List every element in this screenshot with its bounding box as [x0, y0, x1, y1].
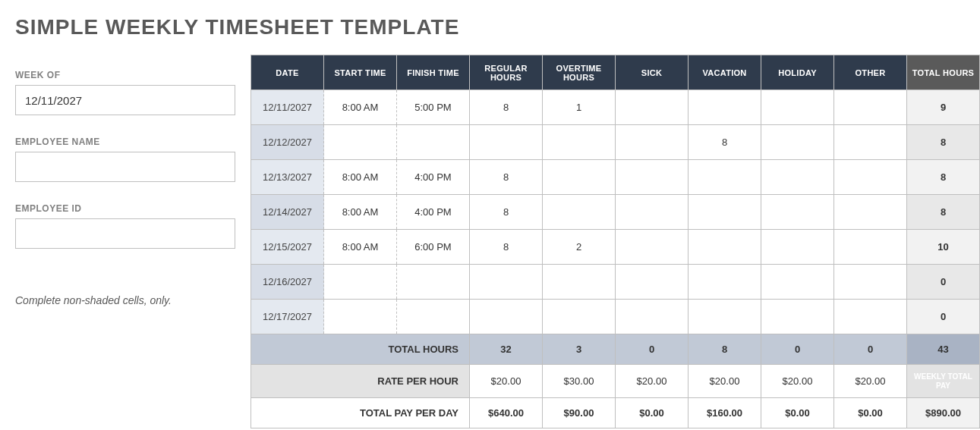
sick-cell[interactable]: [616, 90, 689, 125]
instruction-note: Complete non-shaded cells, only.: [15, 294, 235, 306]
sick-cell[interactable]: [616, 300, 689, 334]
header-total: TOTAL HOURS: [907, 55, 980, 90]
finish-cell[interactable]: [397, 300, 470, 334]
regular-cell[interactable]: 8: [470, 160, 543, 195]
totals-regular: 32: [470, 334, 543, 365]
finish-cell[interactable]: 5:00 PM: [397, 90, 470, 125]
date-cell: 12/15/2027: [251, 230, 324, 265]
other-cell[interactable]: [834, 125, 907, 160]
regular-cell[interactable]: 8: [470, 195, 543, 230]
week-of-label: WEEK OF: [15, 70, 235, 80]
header-holiday: HOLIDAY: [761, 55, 834, 90]
table-row: 12/12/202788: [251, 125, 980, 160]
timesheet-table: DATE START TIME FINISH TIME REGULAR HOUR…: [251, 55, 980, 428]
finish-cell[interactable]: [397, 125, 470, 160]
start-cell[interactable]: 8:00 AM: [324, 195, 397, 230]
header-finish: FINISH TIME: [397, 55, 470, 90]
vacation-cell[interactable]: [689, 300, 761, 334]
totals-row: TOTAL HOURS 32 3 0 8 0 0 43: [251, 334, 980, 365]
start-cell[interactable]: [324, 125, 397, 160]
overtime-cell[interactable]: 1: [543, 90, 616, 125]
date-cell: 12/11/2027: [251, 90, 324, 125]
sick-cell[interactable]: [616, 195, 689, 230]
vacation-cell[interactable]: [689, 265, 761, 300]
header-other: OTHER: [834, 55, 907, 90]
holiday-cell[interactable]: [761, 195, 834, 230]
other-cell[interactable]: [834, 195, 907, 230]
other-cell[interactable]: [834, 230, 907, 265]
date-cell: 12/13/2027: [251, 160, 324, 195]
vacation-cell[interactable]: [689, 230, 761, 265]
header-row: DATE START TIME FINISH TIME REGULAR HOUR…: [251, 55, 980, 90]
finish-cell[interactable]: 4:00 PM: [397, 195, 470, 230]
other-cell[interactable]: [834, 300, 907, 334]
vacation-cell[interactable]: 8: [689, 125, 761, 160]
totals-holiday: 0: [761, 334, 834, 365]
total-cell: 8: [907, 195, 980, 230]
vacation-cell[interactable]: [689, 90, 761, 125]
sick-cell[interactable]: [616, 265, 689, 300]
regular-cell[interactable]: [470, 265, 543, 300]
pay-sick: $0.00: [616, 398, 689, 428]
start-cell[interactable]: 8:00 AM: [324, 230, 397, 265]
holiday-cell[interactable]: [761, 90, 834, 125]
finish-cell[interactable]: 6:00 PM: [397, 230, 470, 265]
rate-holiday[interactable]: $20.00: [761, 365, 834, 398]
overtime-cell[interactable]: 2: [543, 230, 616, 265]
overtime-cell[interactable]: [543, 300, 616, 334]
other-cell[interactable]: [834, 160, 907, 195]
sidebar: WEEK OF 12/11/2027 EMPLOYEE NAME EMPLOYE…: [15, 55, 235, 428]
sick-cell[interactable]: [616, 160, 689, 195]
pay-total-row: TOTAL PAY PER DAY $640.00 $90.00 $0.00 $…: [251, 398, 980, 428]
sick-cell[interactable]: [616, 125, 689, 160]
holiday-cell[interactable]: [761, 160, 834, 195]
regular-cell[interactable]: 8: [470, 230, 543, 265]
total-cell: 8: [907, 160, 980, 195]
totals-vacation: 8: [689, 334, 761, 365]
totals-other: 0: [834, 334, 907, 365]
overtime-cell[interactable]: [543, 195, 616, 230]
total-cell: 0: [907, 265, 980, 300]
holiday-cell[interactable]: [761, 125, 834, 160]
holiday-cell[interactable]: [761, 265, 834, 300]
table-row: 12/11/20278:00 AM5:00 PM819: [251, 90, 980, 125]
pay-other: $0.00: [834, 398, 907, 428]
start-cell[interactable]: 8:00 AM: [324, 160, 397, 195]
table-row: 12/14/20278:00 AM4:00 PM88: [251, 195, 980, 230]
holiday-cell[interactable]: [761, 300, 834, 334]
page-title: SIMPLE WEEKLY TIMESHEET TEMPLATE: [15, 15, 965, 39]
start-cell[interactable]: 8:00 AM: [324, 90, 397, 125]
pay-holiday: $0.00: [761, 398, 834, 428]
finish-cell[interactable]: [397, 265, 470, 300]
other-cell[interactable]: [834, 265, 907, 300]
vacation-cell[interactable]: [689, 195, 761, 230]
rate-sick[interactable]: $20.00: [616, 365, 689, 398]
rate-vacation[interactable]: $20.00: [689, 365, 761, 398]
totals-label: TOTAL HOURS: [251, 334, 470, 365]
vacation-cell[interactable]: [689, 160, 761, 195]
holiday-cell[interactable]: [761, 230, 834, 265]
start-cell[interactable]: [324, 265, 397, 300]
employee-id-input[interactable]: [15, 218, 235, 249]
finish-cell[interactable]: 4:00 PM: [397, 160, 470, 195]
rate-other[interactable]: $20.00: [834, 365, 907, 398]
regular-cell[interactable]: 8: [470, 90, 543, 125]
rate-regular[interactable]: $20.00: [470, 365, 543, 398]
employee-name-input[interactable]: [15, 152, 235, 182]
start-cell[interactable]: [324, 300, 397, 334]
total-cell: 10: [907, 230, 980, 265]
rate-overtime[interactable]: $30.00: [543, 365, 616, 398]
overtime-cell[interactable]: [543, 125, 616, 160]
pay-total-label: TOTAL PAY PER DAY: [251, 398, 470, 428]
weekly-total-pay-label: WEEKLY TOTAL PAY: [907, 365, 980, 398]
regular-cell[interactable]: [470, 125, 543, 160]
header-overtime: OVERTIME HOURS: [543, 55, 616, 90]
total-cell: 0: [907, 300, 980, 334]
overtime-cell[interactable]: [543, 160, 616, 195]
other-cell[interactable]: [834, 90, 907, 125]
week-of-input[interactable]: 12/11/2027: [15, 85, 235, 115]
totals-sick: 0: [616, 334, 689, 365]
sick-cell[interactable]: [616, 230, 689, 265]
regular-cell[interactable]: [470, 300, 543, 334]
overtime-cell[interactable]: [543, 265, 616, 300]
